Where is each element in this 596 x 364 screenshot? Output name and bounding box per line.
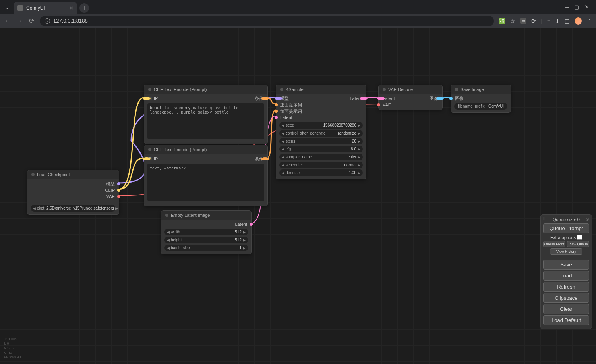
next-arrow-icon[interactable]: ▶ [243,230,246,234]
load-default-button[interactable]: Load Default [543,315,589,325]
extra-options-toggle[interactable]: Extra options [543,235,589,240]
output-clip[interactable]: CLIP [27,187,119,193]
prev-arrow-icon[interactable]: ◀ [167,246,170,250]
queue-prompt-button[interactable]: Queue Prompt [543,223,589,233]
input-clip-dot[interactable] [143,157,151,160]
node-header[interactable]: KSampler [276,85,366,94]
collapse-icon[interactable] [383,88,386,91]
input-clip-dot[interactable] [143,97,151,100]
settings-gear-icon[interactable]: ⚙ [585,217,589,222]
profile-avatar[interactable] [575,17,582,25]
bookmark-icon[interactable]: ☆ [510,18,515,24]
close-window-button[interactable]: ✕ [584,4,589,10]
extra-options-checkbox[interactable] [577,235,582,240]
new-tab-button[interactable]: + [79,3,89,13]
node-clip-text-encode-positive[interactable]: CLIP Text Encode (Prompt) CLIP 条件 beauti… [144,85,268,144]
control-panel[interactable]: ⠿ ⚙ Queue size: 0 Queue Prompt Extra opt… [540,214,592,329]
view-history-button[interactable]: View History [550,248,582,255]
next-arrow-icon[interactable]: ▶ [358,123,360,127]
maximize-button[interactable]: ▢ [574,4,579,10]
output-latent[interactable]: Latent [161,221,251,227]
widget-sampler_name[interactable]: ◀sampler_nameeuler▶ [279,154,363,160]
output-image-dot[interactable] [436,97,444,100]
refresh-button[interactable]: Refresh [543,282,589,292]
node-load-checkpoint[interactable]: Load Checkpoint 模型 CLIP VAE ◀ ckpt_ 2.5D… [27,170,119,215]
input-positive[interactable]: 正面提示词 [276,102,366,108]
next-arrow-icon[interactable]: ▶ [358,171,360,175]
translate-icon[interactable]: 🈯 [499,18,505,24]
browser-tab[interactable]: ComfyUI × [14,2,77,14]
node-header[interactable]: Load Checkpoint [27,170,119,179]
widget-denoise[interactable]: ◀denoise1.00▶ [279,169,363,176]
widget-steps[interactable]: ◀steps20▶ [279,138,363,144]
widget-scheduler[interactable]: ◀schedulernormal▶ [279,162,363,168]
next-arrow-icon[interactable]: ▶ [358,139,360,143]
output-cond-dot[interactable] [261,97,269,100]
prev-arrow-icon[interactable]: ◀ [282,131,284,135]
next-arrow-icon[interactable]: ▶ [358,147,360,151]
next-arrow-icon[interactable]: ▶ [358,163,360,167]
input-negative[interactable]: 负面提示词 [276,108,366,114]
site-info-icon[interactable]: i [45,18,50,24]
node-canvas[interactable]: Load Checkpoint 模型 CLIP VAE ◀ ckpt_ 2.5D… [0,28,596,364]
minimize-button[interactable]: ─ [565,4,569,10]
clipspace-button[interactable]: Clipspace [543,293,589,303]
prev-arrow-icon[interactable]: ◀ [282,171,284,175]
output-vae[interactable]: VAE [27,193,119,200]
widget-batch_size[interactable]: ◀batch_size1▶ [164,245,248,251]
tab-close-button[interactable]: × [70,5,73,11]
node-ksampler[interactable]: KSampler 模型 Latent 正面提示词 负面提示词 Latent ◀s… [276,85,366,179]
clear-button[interactable]: Clear [543,304,589,314]
save-button[interactable]: Save [543,260,589,270]
widget-ckpt-name[interactable]: ◀ ckpt_ 2.5D\aniverse_v15Pruned.safetens… [31,205,116,212]
load-button[interactable]: Load [543,271,589,281]
output-cond-dot[interactable] [261,157,269,160]
node-header[interactable]: CLIP Text Encode (Prompt) [144,145,267,154]
sidepanel-icon[interactable]: ◫ [565,18,570,24]
output-latent-dot[interactable] [360,97,368,100]
input-image[interactable]: 图像 [451,95,511,102]
next-arrow-icon[interactable]: ▶ [243,238,246,242]
node-header[interactable]: CLIP Text Encode (Prompt) [144,85,267,94]
widget-width[interactable]: ◀width512▶ [164,229,248,235]
input-model-dot[interactable] [275,97,283,100]
next-arrow-icon[interactable]: ▶ [115,206,118,210]
address-bar[interactable]: i 127.0.0.1:8188 [40,16,494,26]
next-arrow-icon[interactable]: ▶ [358,131,360,135]
widget-height[interactable]: ◀height512▶ [164,237,248,243]
input-latent[interactable]: Latent [276,114,366,121]
forward-button[interactable]: → [16,17,23,25]
widget-cfg[interactable]: ◀cfg8.0▶ [279,146,363,152]
queue-front-button[interactable]: Queue Front [543,241,565,247]
input-vae[interactable]: VAE [379,102,442,108]
next-arrow-icon[interactable]: ▶ [243,246,246,250]
widget-control_after_generate[interactable]: ◀control_after_generaterandomize▶ [279,130,363,137]
node-save-image[interactable]: Save Image 图像 filename_prefix ComfyUI [451,85,511,113]
extension1-icon[interactable]: ▭ [520,18,526,24]
prev-arrow-icon[interactable]: ◀ [282,163,284,167]
view-queue-button[interactable]: View Queue [567,241,589,247]
prompt-textarea[interactable]: text, watermark [147,164,264,201]
node-clip-text-encode-negative[interactable]: CLIP Text Encode (Prompt) CLIP 条件 text, … [144,145,268,206]
back-button[interactable]: ← [4,17,11,25]
collapse-icon[interactable] [148,148,151,151]
collapse-icon[interactable] [280,88,283,91]
node-vae-decode[interactable]: VAE Decode Latent 图像 VAE [378,85,443,110]
output-model[interactable]: 模型 [27,181,119,187]
playlist-icon[interactable]: ≡ [547,18,550,24]
collapse-icon[interactable] [31,173,35,176]
widget-seed[interactable]: ◀seed156680208700286▶ [279,122,363,129]
collapse-icon[interactable] [455,88,458,91]
node-header[interactable]: VAE Decode [379,85,442,94]
prev-arrow-icon[interactable]: ◀ [282,147,284,151]
prev-arrow-icon[interactable]: ◀ [167,230,170,234]
download-icon[interactable]: ⬇ [555,18,560,24]
collapse-icon[interactable] [165,214,168,217]
prev-arrow-icon[interactable]: ◀ [282,155,284,159]
node-header[interactable]: Empty Latent Image [161,211,251,220]
menu-icon[interactable]: ⋮ [586,18,592,24]
input-latent-dot[interactable] [377,97,385,100]
prev-arrow-icon[interactable]: ◀ [282,123,284,127]
tab-dropdown-button[interactable]: ⌄ [3,3,11,11]
collapse-icon[interactable] [148,88,151,91]
